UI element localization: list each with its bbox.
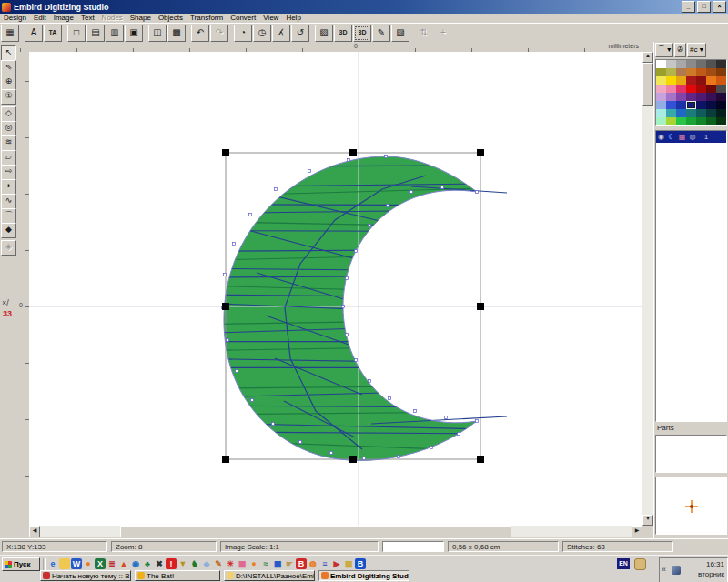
language-indicator[interactable]: EN <box>617 558 630 569</box>
taskbar-window-button[interactable]: D:\INSTALL\Разное\Embird <box>224 570 315 581</box>
image-edit-button[interactable]: ▨ <box>391 25 410 42</box>
quicklaunch-ie-icon[interactable]: e <box>47 558 58 569</box>
quicklaunch-spider-icon[interactable]: ✖ <box>154 558 165 569</box>
quicklaunch-hand-point-icon[interactable]: ☛ <box>284 558 295 569</box>
palette-swatch[interactable] <box>676 117 686 125</box>
menu-edit[interactable]: Edit <box>30 14 50 23</box>
taskbar-window-button[interactable]: Начать новую тему :: B... <box>40 570 131 581</box>
palette-swatch[interactable] <box>666 117 676 125</box>
taskbar-window-button[interactable]: Embird Digitizing Stud... <box>318 570 410 581</box>
vscroll-thumb[interactable] <box>642 63 653 106</box>
quicklaunch-waves-icon[interactable]: ≈ <box>260 558 271 569</box>
palette-swatch[interactable] <box>666 101 676 109</box>
node-edit-tool[interactable]: ⇖ <box>1 60 16 75</box>
palette-swatch[interactable] <box>676 101 686 109</box>
palette-swatch[interactable] <box>666 68 676 76</box>
palette-swatch[interactable] <box>696 76 706 85</box>
palette-swatch[interactable] <box>676 60 686 68</box>
quicklaunch-dragon-icon[interactable]: ♞ <box>189 558 200 569</box>
palette-swatch[interactable] <box>706 93 716 101</box>
palette-swatch[interactable] <box>706 76 716 85</box>
palette-swatch[interactable] <box>656 101 666 109</box>
palette-swatch[interactable] <box>706 68 716 76</box>
palette-swatch[interactable] <box>686 68 696 76</box>
menu-shape[interactable]: Shape <box>126 14 155 23</box>
import-button[interactable]: ▥ <box>106 25 124 42</box>
visibility-eye-icon[interactable]: ◉ <box>658 133 664 141</box>
menu-transform[interactable]: Transform <box>187 14 227 23</box>
palette-swatch[interactable] <box>706 117 716 125</box>
palette-swatch[interactable] <box>686 101 696 109</box>
zoom-tool[interactable]: ⊕ <box>1 75 16 90</box>
rotate-button[interactable]: ↺ <box>291 25 309 42</box>
quicklaunch-fire-icon[interactable]: ▲ <box>118 558 129 569</box>
quicklaunch-folder-icon[interactable] <box>59 558 70 569</box>
palette-swatch[interactable] <box>686 85 696 93</box>
open-button[interactable]: ▤ <box>86 25 105 42</box>
palette-swatch[interactable] <box>696 60 706 68</box>
quicklaunch-flag-icon[interactable]: ▶ <box>331 558 342 569</box>
zigzag-tool[interactable]: ∿ <box>1 194 16 209</box>
view-3d-button[interactable]: 3D <box>334 25 352 42</box>
quicklaunch-b-red-icon[interactable]: B <box>296 558 307 569</box>
palette-swatch[interactable] <box>696 68 706 76</box>
menu-image[interactable]: Image <box>50 14 77 23</box>
menu-help[interactable]: Help <box>282 14 304 23</box>
quicklaunch-word-icon[interactable]: W <box>71 558 82 569</box>
design-canvas[interactable] <box>29 52 642 526</box>
palette-swatch[interactable] <box>696 109 706 117</box>
arc-tool[interactable]: ⌒ <box>1 208 16 224</box>
palette-swatch[interactable] <box>716 68 726 76</box>
palette-swatch[interactable] <box>666 85 676 93</box>
palette-swatch[interactable] <box>666 93 676 101</box>
undo-button[interactable]: ↶ <box>191 25 209 42</box>
palette-swatch[interactable] <box>716 85 726 93</box>
palette-swatch[interactable] <box>716 60 726 68</box>
quicklaunch-diamond-icon[interactable]: ◆ <box>201 558 212 569</box>
fill-shape-tool[interactable]: ◇ <box>1 106 16 122</box>
canvas-vscrollbar[interactable]: ▲ ▼ <box>642 52 653 526</box>
palette-swatch[interactable] <box>716 101 726 109</box>
menu-view[interactable]: View <box>259 14 282 23</box>
palette-swatch[interactable] <box>676 68 686 76</box>
quicklaunch-page-icon[interactable]: ▤ <box>343 558 354 569</box>
quicklaunch-books-icon[interactable]: ≣ <box>106 558 117 569</box>
outline-shape-tool[interactable]: ◎ <box>1 121 16 136</box>
palette-swatch[interactable] <box>676 85 686 93</box>
insert-window-button[interactable]: ▧ <box>315 25 333 42</box>
quicklaunch-excel-icon[interactable]: X <box>95 558 106 569</box>
layer-row-selected[interactable]: ◉ ☾ ▦ ◍ 1 <box>656 131 726 143</box>
palette-swatch[interactable] <box>706 85 716 93</box>
quicklaunch-grid-blue-icon[interactable]: ▦ <box>272 558 283 569</box>
palette-swatch[interactable] <box>696 85 706 93</box>
parts-list[interactable] <box>655 435 727 473</box>
quicklaunch-bluetooth-icon[interactable]: B <box>355 558 366 569</box>
palette-swatch[interactable] <box>686 93 696 101</box>
hand-icon[interactable] <box>634 558 646 570</box>
image-browser-button[interactable]: ▦ <box>1 25 19 42</box>
layer-list[interactable]: ◉ ☾ ▦ ◍ 1 <box>655 130 727 422</box>
palette-swatch[interactable] <box>696 101 706 109</box>
palette-swatch[interactable] <box>686 60 696 68</box>
lettering-button[interactable]: TA <box>44 25 62 42</box>
scroll-down-button[interactable]: ▼ <box>642 515 653 526</box>
palette-swatch[interactable] <box>656 109 666 117</box>
palette-swatch[interactable] <box>676 109 686 117</box>
palette-swatch[interactable] <box>716 109 726 117</box>
palette-swatch[interactable] <box>706 101 716 109</box>
palette-swatch[interactable] <box>666 76 676 85</box>
quicklaunch-sun-icon[interactable]: ☀ <box>225 558 236 569</box>
edit-3d-button[interactable]: 3D <box>353 25 371 42</box>
palette-swatch[interactable] <box>686 109 696 117</box>
manual-stitch-tool[interactable]: ≋ <box>1 135 16 151</box>
palette-swatch[interactable] <box>656 76 666 85</box>
palette-swatch[interactable] <box>706 109 716 117</box>
palette-swatch[interactable] <box>656 60 666 68</box>
quicklaunch-ball2-icon[interactable]: ◍ <box>308 558 318 569</box>
zoom-1to1-tool[interactable]: ① <box>1 89 16 105</box>
save-button[interactable]: ▣ <box>125 25 143 42</box>
quicklaunch-tree-icon[interactable]: ♣ <box>142 558 153 569</box>
palette-swatch[interactable] <box>656 85 666 93</box>
arrow-shape-tool[interactable]: ⇨ <box>1 165 16 180</box>
quicklaunch-lines-icon[interactable]: ≡ <box>319 558 330 569</box>
